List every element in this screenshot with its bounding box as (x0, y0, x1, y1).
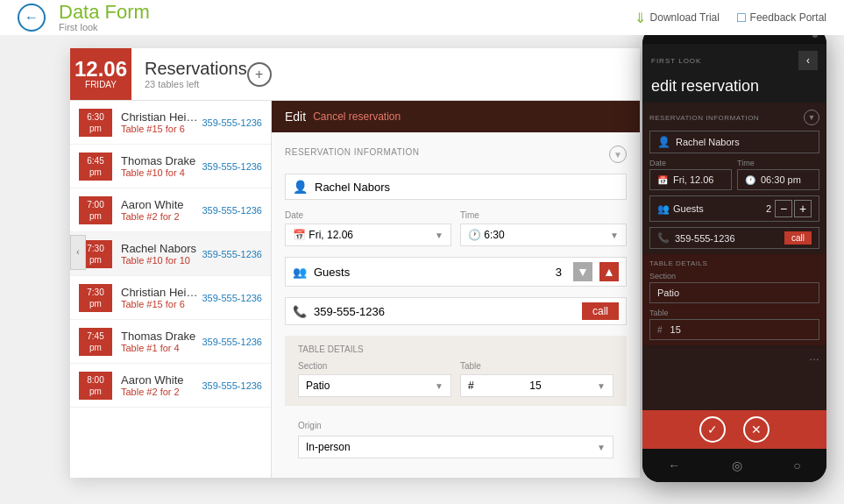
top-nav: ← Data Form First look ⇓ Download Trial … (0, 0, 844, 35)
table-details-section: TABLE DETAILS Section Patio ▼ Table (285, 336, 627, 406)
mobile-table-details: TABLE DETAILS Section Patio Table # 15 (642, 254, 826, 345)
form-body: RESERVATION INFORMATION ▼ 👤 Date 📅 Fri, … (272, 132, 640, 478)
list-item-name: Aaron White (121, 373, 197, 387)
origin-select[interactable]: In-person ▼ (298, 436, 613, 458)
mobile-time-field: Time 🕐 06:30 pm (737, 159, 819, 190)
mobile-table-field[interactable]: # 15 (649, 319, 819, 340)
date-field: Date 📅 Fri, 12.06 ▼ (285, 210, 451, 246)
list-item[interactable]: 7:45pm Thomas Drake Table #1 for 4 359-5… (70, 320, 271, 364)
time-badge: 6:45pm (79, 153, 112, 181)
list-item-name: Thomas Drake (121, 330, 197, 343)
mobile-expand-button[interactable]: ▼ (804, 110, 819, 125)
guests-increase-button[interactable]: ▲ (599, 262, 619, 281)
guests-decrease-button[interactable]: ▼ (573, 262, 592, 281)
mobile-first-look-label: FIRST LOOK (651, 57, 701, 65)
time-label: Time (460, 210, 627, 220)
list-item-table: Table #10 for 10 (121, 255, 197, 266)
list-item-phone: 359-555-1236 (197, 205, 262, 216)
mobile-guests-label: Guests (673, 203, 766, 214)
mobile-person-icon: 👤 (657, 136, 670, 148)
add-reservation-button[interactable]: + (247, 62, 272, 87)
list-item-info: Thomas Drake Table #10 for 4 (121, 154, 197, 178)
mobile-nav-home-icon[interactable]: ◎ (732, 458, 742, 472)
feedback-portal-link[interactable]: □ Feedback Portal (737, 10, 826, 25)
mobile-table-value: 15 (670, 324, 812, 335)
mobile-date-value: Fri, 12.06 (673, 174, 724, 185)
desktop-window: 12.06 Friday Reservations 23 tables left… (70, 48, 640, 478)
mobile-back-button[interactable]: ‹ (798, 51, 818, 70)
mobile-guests-increase[interactable]: + (794, 200, 812, 217)
list-item-table: Table #2 for 2 (121, 211, 197, 222)
date-day: Friday (85, 80, 117, 89)
cancel-reservation-link[interactable]: Cancel reservation (313, 110, 401, 123)
download-icon: ⇓ (635, 10, 646, 26)
mobile-nav-bar: ← ◎ ○ (642, 449, 826, 482)
page-subtitle: First look (59, 22, 150, 32)
download-trial-link[interactable]: ⇓ Download Trial (635, 10, 720, 26)
mobile-guests-decrease[interactable]: − (775, 200, 792, 217)
mobile-nav-back-icon[interactable]: ← (668, 458, 680, 472)
nav-right: ⇓ Download Trial □ Feedback Portal (635, 10, 826, 26)
list-item-table: Table #15 for 6 (121, 299, 197, 309)
origin-value: In-person (306, 441, 351, 453)
mobile-content: RESERVATION INFORMATION ▼ 👤 Rachel Nabor… (642, 103, 826, 410)
time-dropdown-icon: ▼ (610, 231, 619, 240)
list-item[interactable]: 7:30pm Christian Heilmann Table #15 for … (70, 276, 271, 320)
guests-row: 👥 Guests 3 ▼ ▲ (285, 257, 627, 287)
guests-label: Guests (314, 266, 549, 279)
table-select[interactable]: # 15 ▼ (460, 374, 613, 397)
mobile-time-select[interactable]: 🕐 06:30 pm (737, 169, 819, 190)
mobile-table-hash-icon: # (657, 325, 663, 335)
list-item[interactable]: 6:30pm Christian Heilmann Table #15 for … (70, 101, 271, 145)
form-panel: Edit Cancel reservation RESERVATION INFO… (272, 101, 640, 478)
time-badge: 7:30pm (79, 284, 112, 312)
table-label: Table (460, 361, 613, 371)
time-badge: 7:45pm (79, 328, 112, 356)
list-item[interactable]: 7:30pm Rachel Nabors Table #10 for 10 35… (70, 232, 271, 276)
guest-name-field[interactable]: 👤 (285, 174, 627, 200)
feedback-icon: □ (737, 10, 746, 25)
date-select[interactable]: 📅 Fri, 12.06 ▼ (285, 224, 451, 246)
guest-name-input[interactable] (315, 181, 619, 194)
list-item-table: Table #2 for 2 (121, 387, 197, 397)
reservations-list: 6:30pm Christian Heilmann Table #15 for … (70, 101, 272, 478)
list-item-phone: 359-555-1236 (197, 380, 262, 391)
list-item-table: Table #10 for 4 (121, 167, 197, 178)
mobile-title-bar: FIRST LOOK ‹ (642, 44, 826, 77)
list-item[interactable]: 8:00pm Aaron White Table #2 for 2 359-55… (70, 364, 271, 408)
back-button[interactable]: ← (18, 4, 46, 32)
list-item-phone: 359-555-1236 (197, 293, 262, 303)
reservations-title-area: Reservations 23 tables left + (131, 48, 640, 100)
reservations-title: Reservations (145, 59, 247, 78)
time-select[interactable]: 🕐 6:30 ▼ (460, 224, 627, 246)
mobile-guest-name: Rachel Nabors (676, 137, 812, 147)
date-value: 📅 Fri, 12.06 (293, 229, 353, 241)
mobile-guests-row: 👥 Guests 2 − + (649, 195, 819, 222)
collapse-arrow[interactable]: ‹ (70, 235, 86, 270)
section-select[interactable]: Patio ▼ (298, 374, 451, 397)
list-item-name: Aaron White (121, 198, 197, 211)
mobile-call-button[interactable]: call (784, 231, 812, 245)
mobile-ok-button[interactable]: ✓ (699, 416, 726, 443)
time-field: Time 🕐 6:30 ▼ (460, 210, 627, 246)
mobile-cancel-button[interactable]: ✕ (743, 416, 770, 443)
mobile-more-icon[interactable]: … (809, 351, 819, 363)
call-button[interactable]: call (582, 302, 619, 320)
reservation-info-label: RESERVATION INFORMATION (285, 147, 420, 157)
mobile-section-field[interactable]: Patio (649, 282, 819, 303)
list-item[interactable]: 7:00pm Aaron White Table #2 for 2 359-55… (70, 188, 271, 232)
section-dropdown-icon: ▼ (435, 381, 443, 391)
mobile-nav-search-icon[interactable]: ○ (793, 458, 800, 472)
list-item-phone: 359-555-1236 (197, 161, 262, 172)
mobile-date-select[interactable]: 📅 Fri, 12.06 (649, 169, 732, 190)
list-item-table: Table #1 for 4 (121, 343, 197, 353)
mobile-guest-name-field[interactable]: 👤 Rachel Nabors (649, 131, 819, 153)
expand-button[interactable]: ▼ (609, 146, 627, 163)
person-icon: 👤 (293, 180, 308, 194)
list-item[interactable]: 6:45pm Thomas Drake Table #10 for 4 359-… (70, 145, 271, 188)
list-item-name: Christian Heilmann (121, 286, 197, 299)
list-item-phone: 359-555-1236 (197, 117, 262, 128)
download-label: Download Trial (650, 11, 720, 24)
table-icon: # (468, 380, 474, 392)
mobile-section-value: Patio (657, 287, 812, 298)
